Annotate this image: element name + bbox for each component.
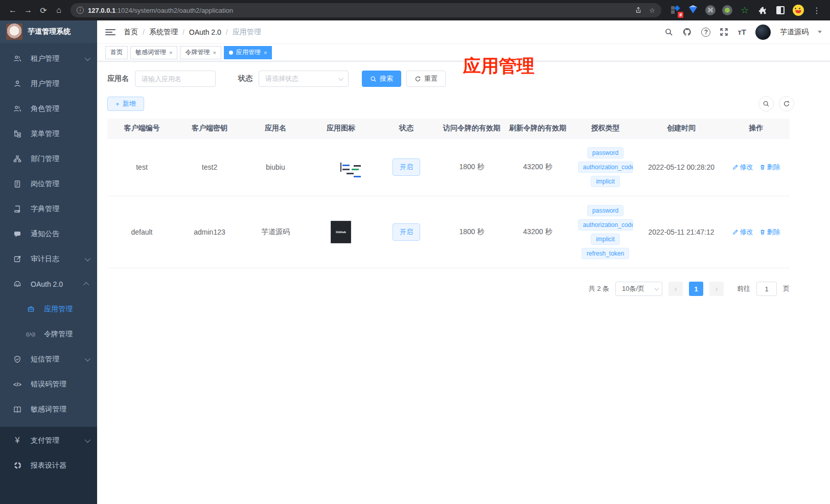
share-icon[interactable]: [635, 7, 642, 14]
sidebar-item-oauth-token[interactable]: ((A)) 令牌管理: [0, 322, 97, 347]
robot-icon: [11, 280, 24, 288]
status-select[interactable]: 请选择状态: [259, 71, 349, 87]
delete-link[interactable]: 删除: [759, 227, 780, 237]
sidebar-item-oauth[interactable]: OAuth 2.0: [0, 271, 97, 296]
reset-button[interactable]: 重置: [406, 71, 446, 87]
search-button[interactable]: 搜索: [362, 71, 401, 87]
user-menu-caret-icon[interactable]: [818, 31, 822, 33]
breadcrumb-oauth[interactable]: OAuth 2.0: [189, 28, 221, 36]
extension-tabs-icon[interactable]: 9: [670, 5, 681, 16]
select-caret-icon: [338, 76, 343, 81]
sidebar-item-menu[interactable]: 菜单管理: [0, 121, 97, 146]
tab-token[interactable]: 令牌管理×: [180, 46, 221, 59]
extension-command-icon[interactable]: ⌘: [705, 5, 716, 15]
site-info-icon[interactable]: i: [77, 7, 84, 14]
app-icon-thumbnail: GitHub: [331, 221, 351, 243]
browser-back-icon[interactable]: ←: [5, 3, 20, 18]
tab-application-active[interactable]: 应用管理×: [224, 46, 272, 59]
sidebar-item-sms[interactable]: 短信管理: [0, 347, 97, 372]
sidebar-item-tenant[interactable]: 租户管理: [0, 46, 97, 71]
next-page-button[interactable]: ›: [709, 282, 724, 296]
trash-icon: [759, 164, 766, 170]
page-unit-label: 页: [783, 284, 790, 293]
grant-type-tag: password: [587, 147, 624, 158]
breadcrumb-home[interactable]: 首页: [124, 28, 138, 37]
col-refresh-validity: 刷新令牌的有效期: [504, 119, 571, 139]
col-access-validity: 访问令牌的有效期: [439, 119, 504, 139]
user-avatar[interactable]: [755, 25, 771, 40]
col-grant-types: 授权类型: [571, 119, 640, 139]
help-icon[interactable]: ?: [701, 28, 710, 37]
edit-link[interactable]: 修改: [732, 227, 753, 237]
sidebar-item-report-designer[interactable]: 报表设计器: [0, 453, 97, 478]
sidebar-item-role[interactable]: 角色管理: [0, 96, 97, 121]
page-size-select[interactable]: 10条/页: [615, 282, 662, 296]
select-caret-icon: [654, 286, 658, 290]
sidebar-item-oauth-application[interactable]: 应用管理: [0, 296, 97, 322]
github-icon[interactable]: [682, 27, 692, 37]
sidebar-collapse-icon[interactable]: [105, 29, 116, 35]
status-badge: 开启: [393, 158, 420, 176]
open-book-icon: [11, 405, 24, 414]
browser-reload-icon[interactable]: ⟳: [36, 3, 51, 18]
col-client-secret: 客户端密钥: [176, 119, 243, 139]
extension-gem-icon[interactable]: [687, 5, 699, 16]
username[interactable]: 芋道源码: [780, 28, 809, 37]
refresh-table-button[interactable]: [779, 96, 794, 111]
tab-sensitive-word[interactable]: 敏感词管理×: [130, 46, 177, 59]
extensions-puzzle-icon[interactable]: [757, 5, 768, 16]
table-toolbar: +新增: [107, 96, 830, 111]
browser-home-icon[interactable]: ⌂: [51, 3, 66, 18]
sidebar: 芋道管理系统 租户管理 用户管理 角色管理 菜单管理 部门管理: [0, 20, 97, 504]
col-actions: 操作: [723, 119, 790, 139]
applications-table: 客户端编号 客户端密钥 应用名 应用图标 状态 访问令牌的有效期 刷新令牌的有效…: [107, 119, 790, 268]
edit-link[interactable]: 修改: [732, 163, 753, 172]
delete-link[interactable]: 删除: [759, 163, 780, 172]
prev-page-button[interactable]: ‹: [668, 282, 683, 296]
sidebar-item-sensitive-word[interactable]: 敏感词管理: [0, 397, 97, 422]
reader-mode-icon[interactable]: [775, 5, 786, 16]
sidebar-item-audit-log[interactable]: 审计日志: [0, 246, 97, 271]
header-search-icon[interactable]: [664, 28, 673, 36]
tab-close-icon[interactable]: ×: [213, 50, 216, 56]
users-icon: [11, 55, 24, 63]
profile-avatar-icon[interactable]: [793, 5, 804, 16]
message-icon: [11, 230, 24, 238]
toggle-search-button[interactable]: [758, 96, 774, 111]
sidebar-item-notice[interactable]: 通知公告: [0, 221, 97, 246]
tab-close-icon[interactable]: ×: [264, 50, 267, 56]
app-logo-bar[interactable]: 芋道管理系统: [0, 20, 97, 43]
pen-icon: [732, 229, 739, 235]
table-header-row: 客户端编号 客户端密钥 应用名 应用图标 状态 访问令牌的有效期 刷新令牌的有效…: [107, 119, 790, 139]
sidebar-item-post[interactable]: 岗位管理: [0, 171, 97, 196]
page-1-button[interactable]: 1: [689, 282, 703, 296]
address-bar[interactable]: i 127.0.0.1:1024/system/oauth2/oauth2/ap…: [71, 3, 661, 17]
browser-chrome: ← → ⟳ ⌂ i 127.0.0.1:1024/system/oauth2/o…: [0, 0, 830, 20]
sidebar-item-dict[interactable]: 字典管理: [0, 196, 97, 221]
sidebar-item-pay[interactable]: ¥ 支付管理: [0, 428, 97, 453]
browser-forward-icon[interactable]: →: [20, 3, 36, 18]
user-icon: [11, 80, 24, 88]
app-name-input[interactable]: [135, 71, 216, 87]
add-button[interactable]: +新增: [107, 97, 144, 111]
bookmark-star-icon[interactable]: ☆: [649, 7, 655, 14]
sidebar-item-user[interactable]: 用户管理: [0, 71, 97, 96]
extension-recorder-icon[interactable]: [722, 5, 732, 15]
grant-type-tag: refresh_token: [582, 248, 629, 259]
app-title: 芋道管理系统: [28, 27, 71, 36]
app-name-label: 应用名: [107, 74, 129, 83]
trash-icon: [759, 229, 766, 235]
sidebar-item-dept[interactable]: 部门管理: [0, 146, 97, 171]
yen-icon: ¥: [11, 436, 24, 445]
org-chart-icon: [11, 155, 24, 163]
goto-page-input[interactable]: [756, 282, 777, 296]
breadcrumb-system[interactable]: 系统管理: [149, 28, 178, 37]
grant-type-tag: implicit: [591, 176, 620, 187]
sidebar-item-errcode[interactable]: </> 错误码管理: [0, 372, 97, 397]
tab-home[interactable]: 首页: [105, 46, 128, 59]
text-size-icon[interactable]: тT: [737, 28, 746, 36]
fullscreen-icon[interactable]: [720, 28, 728, 36]
browser-menu-icon[interactable]: ⋮: [811, 6, 823, 15]
tab-close-icon[interactable]: ×: [169, 50, 172, 56]
extension-green-star-icon[interactable]: ☆: [739, 5, 750, 16]
